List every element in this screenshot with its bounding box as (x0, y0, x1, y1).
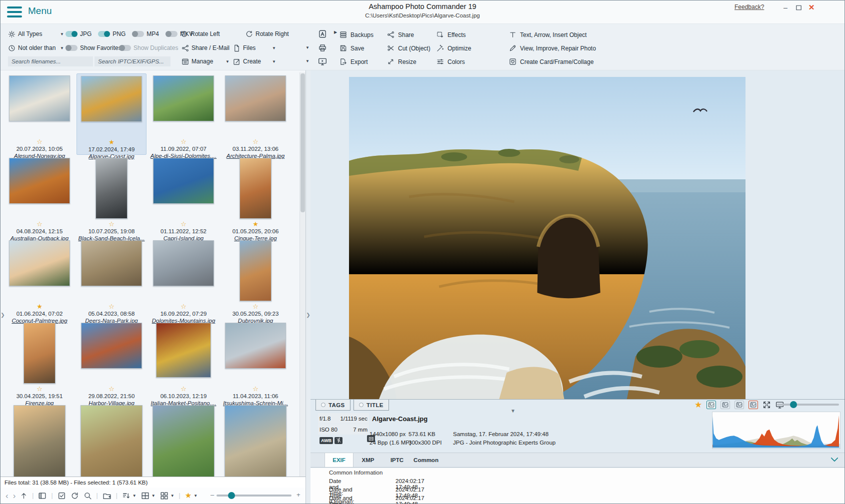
colors-button[interactable]: Colors (436, 55, 471, 68)
slider-knob[interactable] (790, 401, 797, 408)
rotate-left-button[interactable]: Rotate Left (180, 28, 220, 40)
fullscreen-icon[interactable] (762, 401, 771, 409)
thumbnail-cell[interactable]: ☆11.04.2023, 11:06Itsukushima-Schrein-Mi… (220, 321, 290, 402)
favorites-switch[interactable] (66, 45, 78, 51)
preview-photo[interactable] (349, 77, 746, 399)
thumbnail-cell[interactable]: ☆30.04.2025, 19:51Firenze.jpg (4, 321, 74, 402)
up-folder-button[interactable] (20, 492, 28, 500)
star-outline-icon[interactable]: ☆ (4, 386, 74, 393)
thumbnail-cell[interactable]: ☆05.04.2023, 08:58Deers-Nara-Park.jpg (76, 238, 146, 320)
star-outline-icon[interactable]: ☆ (148, 303, 218, 311)
collapse-info-icon[interactable]: ▼ (510, 408, 516, 414)
select-button[interactable] (58, 492, 66, 500)
thumbnail-image[interactable] (240, 158, 272, 219)
print-button[interactable] (318, 43, 327, 52)
back-button[interactable]: ‹ (6, 492, 8, 500)
zoom-in-label[interactable]: + (296, 491, 300, 499)
view-improve-repair-photo-button[interactable]: View, Improve, Repair Photo (509, 41, 596, 55)
star-outline-icon[interactable]: ☆ (220, 386, 290, 393)
thumbnail-image[interactable] (156, 323, 211, 378)
thumbnail-image[interactable] (153, 158, 214, 204)
thumbnail-cell[interactable]: ☆11.09.2022, 07:07Alpe-di-Siusi-Dolomite… (148, 73, 218, 155)
scrollbar-thumb[interactable] (300, 73, 305, 212)
star-filled-icon[interactable]: ★ (4, 303, 74, 311)
panel-layout-button[interactable] (38, 492, 46, 500)
search-button[interactable] (84, 492, 92, 500)
star-filled-icon[interactable]: ★ (77, 139, 146, 146)
details-tab-iptc[interactable]: IPTC (382, 453, 412, 467)
thumbnail-cell[interactable]: ☆06.10.2023, 12:19Italian-Market-Positan… (148, 321, 218, 402)
star-outline-icon[interactable]: ☆ (4, 138, 74, 146)
thumbnail-image[interactable] (225, 75, 286, 121)
panel-divider[interactable] (306, 70, 310, 504)
left-panel-expand-handle[interactable]: ❯ (0, 309, 5, 321)
star-outline-icon[interactable]: ☆ (148, 138, 218, 146)
thumbnail-image[interactable] (240, 240, 272, 301)
export-button[interactable]: Export (340, 55, 374, 68)
thumbnail-image[interactable] (24, 323, 56, 384)
export-pdf-button[interactable] (318, 29, 327, 38)
thumbnail-cell[interactable] (220, 403, 290, 478)
thumbnail-image[interactable] (225, 323, 286, 369)
backups-button[interactable]: Backups (340, 28, 374, 41)
preview-zoom-slider[interactable] (777, 404, 839, 406)
slideshow-button[interactable] (318, 57, 327, 66)
forward-button[interactable]: › (13, 492, 16, 500)
minimize-button[interactable]: – (780, 3, 790, 12)
favorite-star-icon[interactable]: ★ (694, 401, 702, 409)
star-outline-icon[interactable]: ☆ (76, 303, 146, 311)
thumbnail-image[interactable] (153, 75, 214, 121)
toolbar-section-handle[interactable]: ▶ (334, 30, 337, 34)
new-folder-button[interactable] (102, 492, 112, 500)
details-tab-common[interactable]: Common (412, 453, 440, 467)
menu-hamburger-icon[interactable] (7, 6, 22, 17)
thumbnail-cell[interactable] (76, 403, 146, 478)
slider-knob[interactable] (228, 492, 235, 499)
star-outline-icon[interactable]: ☆ (148, 386, 218, 393)
thumbnail-cell[interactable]: ★01.05.2025, 20:06Cinque-Terre.jpg (220, 156, 290, 237)
thumbnail-image[interactable] (81, 76, 142, 122)
create-button[interactable]: Create ▼ (233, 55, 276, 67)
maximize-button[interactable] (794, 3, 804, 12)
thumbnail-image[interactable] (224, 405, 286, 478)
star-outline-icon[interactable]: ☆ (148, 221, 218, 228)
rotate-right-button[interactable]: Rotate Right (246, 28, 289, 40)
star-outline-icon[interactable]: ☆ (220, 138, 290, 146)
text-arrow-insert-object-button[interactable]: Text, Arrow, Insert Object (509, 28, 596, 41)
rating-filter-button[interactable]: ★ (185, 491, 192, 500)
close-button[interactable]: ✕ (806, 3, 816, 12)
thumbnail-image[interactable] (81, 323, 142, 369)
view-mode-3-button[interactable] (734, 401, 744, 409)
optimize-button[interactable]: Optimize (436, 41, 471, 55)
thumbnail-cell[interactable] (4, 403, 74, 478)
star-outline-icon[interactable]: ☆ (220, 303, 290, 311)
tab-tags[interactable]: TAGS (316, 400, 350, 411)
effects-button[interactable]: Effects (436, 28, 471, 41)
sort-button[interactable] (122, 492, 130, 500)
scrollbar[interactable] (300, 72, 306, 478)
thumbnail-cell[interactable]: ★17.02.2024, 17:49Algarve-Coast.jpg (76, 73, 146, 155)
manage-button[interactable]: Manage ▼ (182, 55, 230, 67)
search-metadata-input[interactable] (94, 56, 170, 66)
thumbnail-image[interactable] (96, 158, 128, 219)
format-toggle-jpg[interactable]: JPG (66, 30, 92, 37)
chevron-down-icon[interactable]: ▼ (306, 45, 310, 50)
menu-button[interactable]: Menu (28, 5, 52, 16)
chevron-down-icon[interactable]: ▼ (152, 494, 156, 498)
create-card-frame-collage-button[interactable]: Create Card/Frame/Collage (509, 55, 596, 68)
thumbnail-cell[interactable]: ☆20.07.2023, 10:05Alesund-Norway.jpg (4, 73, 74, 155)
tab-title[interactable]: TITLE (354, 400, 389, 411)
view-mode-2-button[interactable] (720, 401, 730, 409)
star-filled-icon[interactable]: ★ (220, 221, 290, 228)
thumbnail-cell[interactable]: ☆10.07.2025, 19:08Black-Sand-Beach-Icela… (76, 156, 146, 237)
thumbnail-cell[interactable]: ☆29.08.2022, 21:50Harbor-Village.jpg (76, 321, 146, 402)
resize-button[interactable]: Resize (387, 55, 430, 68)
thumbnail-image[interactable] (9, 75, 70, 121)
format-toggle-mp4[interactable]: MP4 (132, 30, 159, 37)
format-toggle-png[interactable]: PNG (98, 30, 126, 37)
thumbnail-image[interactable] (80, 405, 142, 478)
star-outline-icon[interactable]: ☆ (76, 386, 146, 393)
files-button[interactable]: Files ▼ (233, 42, 276, 54)
thumbnail-cell[interactable]: ☆01.11.2022, 12:52Capri-Island.jpg (148, 156, 218, 237)
divider-expand-handle[interactable]: ❯ (306, 309, 310, 321)
